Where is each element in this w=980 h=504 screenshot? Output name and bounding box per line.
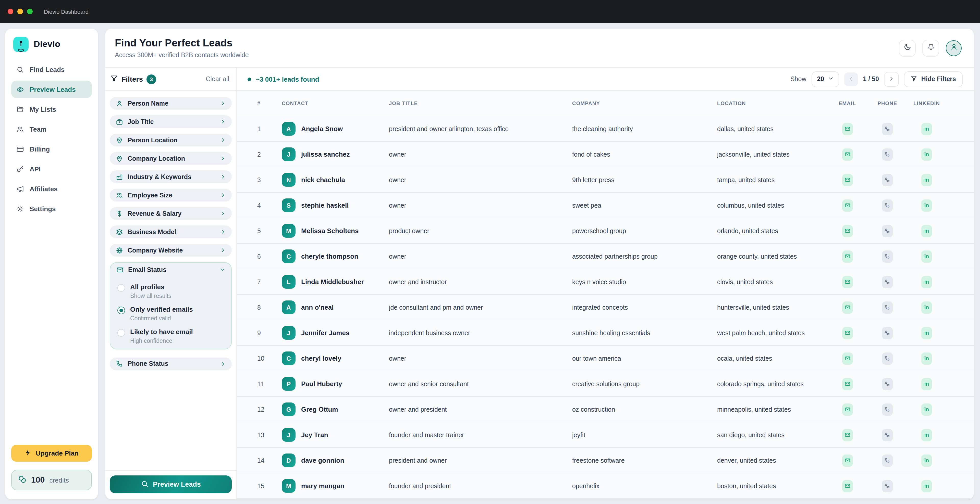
email-badge[interactable]	[842, 327, 853, 339]
leads-table: #CONTACTJOB TITLECOMPANYLOCATIONEMAILPHO…	[237, 91, 974, 499]
minimize-window-button[interactable]	[18, 9, 23, 14]
table-row[interactable]: 2Jjulissa sanchezownerfond of cakesjacks…	[237, 142, 974, 167]
theme-toggle-button[interactable]	[899, 40, 916, 56]
table-row[interactable]: 6Ccheryle thompsonownerassociated partne…	[237, 244, 974, 269]
email-status-option-only-verified-emails[interactable]: Only verified emailsConfirmed valid	[118, 306, 224, 322]
table-row[interactable]: 5MMelissa Scholtensproduct ownerpowersch…	[237, 218, 974, 244]
phone-badge[interactable]	[882, 123, 893, 135]
table-row[interactable]: 11PPaul Hubertyowner and senior consulta…	[237, 371, 974, 397]
email-status-option-all-profiles[interactable]: All profilesShow all results	[118, 284, 224, 299]
linkedin-badge[interactable]: in	[921, 225, 932, 237]
linkedin-badge[interactable]: in	[921, 250, 932, 263]
email-badge[interactable]	[842, 454, 853, 466]
phone-badge[interactable]	[882, 480, 893, 492]
email-badge[interactable]	[842, 148, 853, 160]
linkedin-badge[interactable]: in	[921, 378, 932, 390]
close-window-button[interactable]	[8, 9, 13, 14]
preview-leads-button[interactable]: Preview Leads	[110, 475, 232, 493]
sidebar-item-my-lists[interactable]: My Lists	[11, 100, 92, 118]
phone-badge[interactable]	[882, 352, 893, 365]
linkedin-badge[interactable]: in	[921, 352, 932, 365]
clear-all-filters-link[interactable]: Clear all	[206, 76, 229, 82]
email-badge[interactable]	[842, 429, 853, 441]
phone-badge[interactable]	[882, 225, 893, 237]
email-status-option-likely-to-have-email[interactable]: Likely to have emailHigh confidence	[118, 328, 224, 344]
page-size-select[interactable]: 20	[811, 71, 839, 87]
sidebar-item-billing[interactable]: Billing	[11, 140, 92, 158]
radio-unselected[interactable]	[118, 329, 125, 337]
phone-badge[interactable]	[882, 454, 893, 466]
maximize-window-button[interactable]	[27, 9, 33, 14]
linkedin-badge[interactable]: in	[921, 199, 932, 211]
phone-badge[interactable]	[882, 276, 893, 288]
sidebar-item-team[interactable]: Team	[11, 120, 92, 138]
email-badge[interactable]	[842, 352, 853, 365]
filter-company-location[interactable]: Company Location	[110, 152, 232, 165]
table-row[interactable]: 8Aann o'nealjde consultant and pm and ow…	[237, 295, 974, 320]
filter-job-title[interactable]: Job Title	[110, 115, 232, 128]
sidebar-item-affiliates[interactable]: Affiliates	[11, 180, 92, 197]
sidebar-item-preview-leads[interactable]: Preview Leads	[11, 81, 92, 98]
linkedin-badge[interactable]: in	[921, 148, 932, 160]
email-badge[interactable]	[842, 480, 853, 492]
table-row[interactable]: 12GGreg Ottumowner and presidentoz const…	[237, 397, 974, 422]
email-badge[interactable]	[842, 123, 853, 135]
table-row[interactable]: 7LLinda Middlebusherowner and instructor…	[237, 269, 974, 295]
email-badge[interactable]	[842, 301, 853, 314]
hide-filters-button[interactable]: Hide Filters	[904, 71, 963, 87]
filter-phone-status[interactable]: Phone Status	[110, 358, 232, 370]
table-row[interactable]: 10Ccheryl lovelyownerour town americaoca…	[237, 346, 974, 371]
linkedin-badge[interactable]: in	[921, 403, 932, 415]
table-row[interactable]: 15Mmary manganfounder and presidentopenh…	[237, 473, 974, 499]
linkedin-badge[interactable]: in	[921, 276, 932, 288]
table-row[interactable]: 9JJennifer Jamesindependent business own…	[237, 320, 974, 346]
phone-badge[interactable]	[882, 429, 893, 441]
linkedin-badge[interactable]: in	[921, 480, 932, 492]
phone-badge[interactable]	[882, 403, 893, 415]
phone-badge[interactable]	[882, 378, 893, 390]
next-page-button[interactable]	[884, 72, 899, 86]
filter-employee-size[interactable]: Employee Size	[110, 189, 232, 201]
table-row[interactable]: 14Ddave gonnionpresident and ownerfreest…	[237, 448, 974, 473]
email-badge[interactable]	[842, 378, 853, 390]
previous-page-button[interactable]	[844, 72, 858, 86]
phone-badge[interactable]	[882, 327, 893, 339]
phone-badge[interactable]	[882, 250, 893, 263]
table-row[interactable]: 4Sstephie haskellownersweet peacolumbus,…	[237, 193, 974, 218]
table-row[interactable]: 1AAngela Snowpresident and owner arlingt…	[237, 116, 974, 142]
email-badge[interactable]	[842, 403, 853, 415]
linkedin-badge[interactable]: in	[921, 454, 932, 466]
sidebar-item-find-leads[interactable]: Find Leads	[11, 61, 92, 78]
sidebar-item-settings[interactable]: Settings	[11, 200, 92, 217]
phone-badge[interactable]	[882, 174, 893, 186]
filter-industry-keywords[interactable]: Industry & Keywords	[110, 170, 232, 183]
email-badge[interactable]	[842, 174, 853, 186]
email-badge[interactable]	[842, 276, 853, 288]
email-badge[interactable]	[842, 250, 853, 263]
filter-person-name[interactable]: Person Name	[110, 97, 232, 110]
linkedin-badge[interactable]: in	[921, 429, 932, 441]
radio-unselected[interactable]	[118, 284, 125, 292]
filter-company-website[interactable]: Company Website	[110, 244, 232, 257]
sidebar-item-api[interactable]: API	[11, 160, 92, 178]
filter-email-status-header[interactable]: Email Status	[116, 263, 225, 276]
table-row[interactable]: 3Nnick chachulaowner9th letter presstamp…	[237, 167, 974, 193]
table-row[interactable]: 13JJey Tranfounder and master trainerjey…	[237, 422, 974, 448]
filter-business-model[interactable]: Business Model	[110, 225, 232, 238]
phone-badge[interactable]	[882, 148, 893, 160]
radio-selected[interactable]	[118, 307, 125, 314]
linkedin-badge[interactable]: in	[921, 123, 932, 135]
notifications-button[interactable]	[922, 40, 939, 56]
linkedin-badge[interactable]: in	[921, 327, 932, 339]
user-avatar[interactable]	[946, 40, 962, 56]
email-badge[interactable]	[842, 199, 853, 211]
linkedin-badge[interactable]: in	[921, 174, 932, 186]
phone-badge[interactable]	[882, 301, 893, 314]
filter-revenue-salary[interactable]: Revenue & Salary	[110, 207, 232, 220]
linkedin-badge[interactable]: in	[921, 301, 932, 314]
window-controls[interactable]	[8, 9, 33, 14]
filter-person-location[interactable]: Person Location	[110, 134, 232, 146]
phone-badge[interactable]	[882, 199, 893, 211]
email-badge[interactable]	[842, 225, 853, 237]
upgrade-plan-button[interactable]: Upgrade Plan	[11, 445, 92, 462]
